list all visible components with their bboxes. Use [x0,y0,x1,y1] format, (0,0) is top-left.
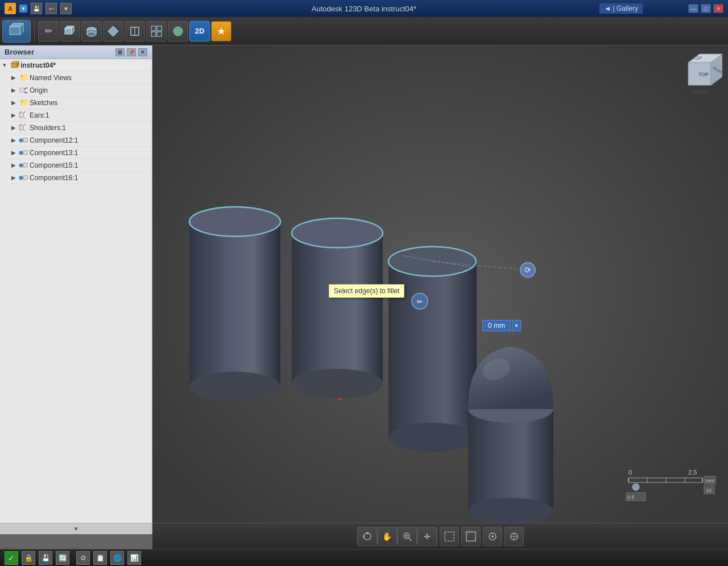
browser-item-component16[interactable]: ▶ Component16:1 [9,172,152,184]
svg-line-23 [24,92,27,93]
named-views-label: Named Views [30,74,72,82]
tooltip-text: Select edge(s) to fillet [334,287,399,295]
svg-line-26 [23,111,26,113]
orbit-button[interactable] [358,527,377,546]
pan-button[interactable]: ✋ [378,527,397,546]
component15-label: Component15:1 [30,161,78,169]
status-icon-lock[interactable]: 🔒 [22,551,35,565]
sketches-label: Sketches [30,99,57,107]
browser-item-component15[interactable]: ▶ Component15:1 [9,159,152,172]
minimize-button[interactable]: — [688,4,698,13]
component16-label: Component16:1 [30,174,78,182]
svg-text:mm: mm [706,478,714,484]
svg-text:✏: ✏ [417,298,423,306]
status-icon-save[interactable]: 💾 [39,551,52,565]
viewcube[interactable]: TOP TOP RIGHT FRONT [677,51,722,97]
split-view[interactable] [146,21,167,41]
browser-scroll-down[interactable]: ▼ [0,523,152,534]
browser-item-sketches[interactable]: ▶ 📁 Sketches [9,97,152,109]
browser-item-root[interactable]: ▼ instruct04* [0,59,152,72]
browser-icon-grid[interactable]: ⊞ [115,48,125,56]
svg-rect-89 [445,532,454,541]
box-tool[interactable] [60,21,80,41]
svg-rect-14 [151,32,156,36]
ruler: 0 2.5 mm 10 0.5 [626,468,717,503]
svg-point-45 [189,207,280,236]
move-button[interactable]: ✛ [417,527,437,546]
home-view-button[interactable] [2,20,31,43]
svg-rect-0 [10,27,20,35]
bottom-toolbar: ✋ ✛ [152,523,728,549]
side-view[interactable] [125,21,145,41]
browser-icon-close[interactable]: ✕ [138,48,147,56]
browser-item-component13[interactable]: ▶ Component13:1 [9,147,152,159]
browser-icon-pin[interactable]: 📌 [127,48,136,56]
shoulders-label: Shoulders:1 [30,124,66,132]
svg-rect-47 [292,233,383,384]
browser-item-origin[interactable]: ▶ Origin [9,84,152,97]
svg-rect-3 [65,28,72,34]
fillet-dropdown[interactable]: ▼ [512,320,521,331]
svg-point-52 [388,423,476,452]
svg-rect-56 [468,409,553,511]
browser-item-shoulders[interactable]: ▶ Shoulders:1 [9,122,152,134]
root-icon [9,61,20,70]
status-icon-globe[interactable]: 🌐 [110,551,124,565]
gallery-button[interactable]: ◄ | Gallery [599,3,643,14]
svg-text:TOP: TOP [692,56,702,61]
component13-label: Component13:1 [30,149,78,157]
svg-line-28 [23,117,26,119]
browser-item-named-views[interactable]: ▶ 📁 Named Views [9,72,152,84]
svg-rect-21 [20,88,24,92]
status-icon-chart[interactable]: 📊 [127,551,141,565]
app-title: Autodesk 123D Beta instruct04* [312,5,416,13]
maximize-button[interactable]: □ [701,4,711,13]
svg-point-49 [292,369,383,398]
component12-icon [18,136,30,145]
viewport[interactable]: ✏ ⟳ Select edge(s) to fillet ▼ TOP [152,45,728,538]
svg-point-38 [19,164,23,167]
svg-rect-12 [151,26,156,31]
expand-icon: ▶ [9,74,18,81]
svg-rect-24 [19,113,23,117]
status-icon-clip[interactable]: 📋 [93,551,107,565]
expand-icon: ▶ [9,99,18,106]
browser-panel: Browser ⊞ 📌 ✕ ▼ instruct04* ▶ 📁 Named Vi… [0,45,152,534]
expand-icon: ▶ [9,162,18,168]
browser-item-component12[interactable]: ▶ Component12:1 [9,134,152,147]
svg-point-16 [173,27,183,36]
select-button[interactable] [440,527,459,546]
pencil-tool[interactable]: ✏ [38,21,59,41]
svg-point-36 [19,151,23,155]
status-icon-check[interactable]: ✓ [5,551,18,565]
expand-icon: ▶ [9,174,18,181]
status-icon-settings[interactable]: ⚙ [76,551,90,565]
measure-button[interactable] [483,527,502,546]
browser-item-ears[interactable]: ▶ Ears:1 [9,109,152,122]
fillet-value-input[interactable] [482,320,511,331]
browser-header: Browser ⊞ 📌 ✕ [0,45,152,59]
svg-line-22 [24,88,27,89]
display-settings[interactable] [211,21,231,41]
close-button[interactable]: ✕ [713,4,723,13]
svg-point-40 [19,176,23,180]
shade-view[interactable] [168,21,188,41]
more-options[interactable] [504,527,524,546]
window-select[interactable] [461,527,481,546]
top-toolbar: ✏ 2D [0,17,728,45]
expand-icon: ▶ [9,87,18,93]
front-view[interactable] [103,21,123,41]
svg-line-86 [409,538,412,541]
svg-rect-29 [19,126,23,130]
svg-marker-9 [108,26,118,36]
expand-icon: ▶ [9,124,18,131]
top-view[interactable] [81,21,102,41]
svg-rect-90 [466,532,475,541]
2d-toggle[interactable]: 2D [189,21,210,41]
svg-rect-15 [157,32,162,36]
fillet-input-container: ▼ [482,320,521,331]
window-controls: — □ ✕ [688,4,723,13]
status-icon-sync[interactable]: 🔄 [56,551,69,565]
zoom-button[interactable] [398,527,417,546]
ears-label: Ears:1 [30,111,49,119]
